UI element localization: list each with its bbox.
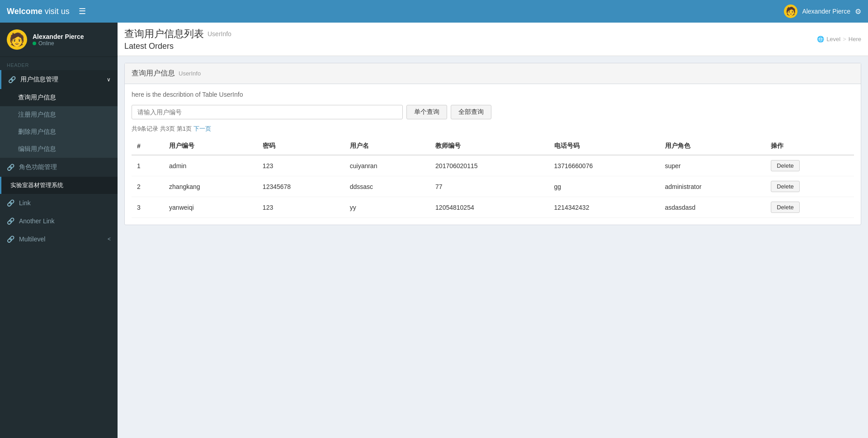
sidebar-submenu-edit-user[interactable]: 编辑用户信息 (0, 141, 118, 158)
sidebar-item-role-mgmt[interactable]: 🔗 角色功能管理 (0, 158, 118, 177)
box-title-sub: UserInfo (179, 70, 201, 77)
sidebar-section-header: HEADER (0, 57, 118, 70)
sidebar-submenu-delete-user[interactable]: 删除用户信息 (0, 123, 118, 141)
delete-button-3[interactable]: Delete (771, 202, 800, 213)
username-top: Alexander Pierce (802, 8, 850, 15)
brand-visit: visit us (45, 7, 70, 16)
sidebar-item-link[interactable]: 🔗 Link (0, 194, 118, 212)
page-subtitle: Latest Orders (124, 42, 231, 51)
cell-role: super (660, 155, 766, 176)
sidebar-status: Online (33, 40, 84, 47)
cell-phone: gg (549, 176, 660, 197)
table-header-row: # 用户编号 密码 用户名 教师编号 电话号码 用户角色 操作 (132, 137, 854, 155)
avatar-top: 🧑 (784, 5, 797, 18)
delete-button-1[interactable]: Delete (771, 160, 800, 171)
link-icon: 🔗 (7, 199, 14, 207)
chevron-down-icon: ∨ (107, 76, 111, 83)
page-title-sub: UserInfo (208, 30, 231, 38)
user-table: # 用户编号 密码 用户名 教师编号 电话号码 用户角色 操作 (132, 137, 854, 218)
breadcrumb-separator: > (843, 36, 846, 42)
role-mgmt-label: 角色功能管理 (19, 163, 111, 171)
box-title: 查询用户信息 (132, 69, 175, 78)
sidebar-submenu-query-user[interactable]: 查询用户信息 (0, 89, 118, 106)
cell-phone: 1214342432 (549, 197, 660, 218)
table-row: 1 admin 123 cuiyanran 201706020115 13716… (132, 155, 854, 176)
brand-logo: Welcome visit us (7, 7, 70, 16)
status-label: Online (38, 40, 54, 47)
cell-role: administrator (660, 176, 766, 197)
cell-user-id: admin (164, 155, 257, 176)
cell-index: 2 (132, 176, 164, 197)
user-mgmt-icon: 🔗 (8, 76, 16, 83)
breadcrumb-here: Here (849, 36, 861, 42)
cell-username: cuiyanran (344, 155, 430, 176)
cell-index: 3 (132, 197, 164, 218)
search-input[interactable] (132, 105, 403, 119)
cell-action: Delete (765, 155, 854, 176)
sidebar-item-lab-system[interactable]: 实验室器材管理系统 (0, 177, 118, 194)
pagination-info: 共9条记录 共3页 第1页 下一页 (132, 125, 854, 133)
sidebar-submenu-register-user[interactable]: 注册用户信息 (0, 106, 118, 123)
top-navbar: Welcome visit us ☰ 🧑 Alexander Pierce ⚙ (0, 0, 868, 23)
role-mgmt-icon: 🔗 (7, 164, 14, 171)
sidebar-avatar: 🧑 (7, 29, 27, 50)
user-info-box: 查询用户信息 UserInfo here is the describtion … (124, 63, 861, 225)
cell-action: Delete (765, 176, 854, 197)
cell-action: Delete (765, 197, 854, 218)
col-username: 用户名 (344, 137, 430, 155)
main-wrapper: 🧑 Alexander Pierce Online HEADER 🔗 用户信息管… (0, 23, 868, 438)
sidebar-item-multilevel[interactable]: 🔗 Multilevel < (0, 230, 118, 248)
sidebar-username: Alexander Pierce (33, 33, 84, 40)
another-link-label: Another Link (19, 217, 111, 225)
search-bar: 单个查询 全部查询 (132, 105, 854, 119)
delete-button-2[interactable]: Delete (771, 181, 800, 192)
user-mgmt-label: 用户信息管理 (20, 75, 107, 84)
content-wrapper: 查询用户信息列表 UserInfo Latest Orders 🌐 Level … (118, 23, 868, 438)
col-password: 密码 (257, 137, 344, 155)
hamburger-icon[interactable]: ☰ (79, 6, 86, 16)
col-user-id: 用户编号 (164, 137, 257, 155)
breadcrumb-level: Level (826, 36, 840, 42)
table-body: 1 admin 123 cuiyanran 201706020115 13716… (132, 155, 854, 218)
cell-role: asdasdasd (660, 197, 766, 218)
sidebar-user-panel: 🧑 Alexander Pierce Online (0, 23, 118, 57)
main-content: 查询用户信息 UserInfo here is the describtion … (118, 56, 868, 438)
col-teacher-id: 教师编号 (430, 137, 549, 155)
cell-username: ddssasc (344, 176, 430, 197)
col-index: # (132, 137, 164, 155)
cell-user-id: zhangkang (164, 176, 257, 197)
breadcrumb: 🌐 Level > Here (817, 36, 861, 42)
sidebar: 🧑 Alexander Pierce Online HEADER 🔗 用户信息管… (0, 23, 118, 438)
cell-teacher-id: 12054810254 (430, 197, 549, 218)
table-head: # 用户编号 密码 用户名 教师编号 电话号码 用户角色 操作 (132, 137, 854, 155)
breadcrumb-icon: 🌐 (817, 36, 824, 42)
cell-password: 123 (257, 197, 344, 218)
cell-teacher-id: 201706020115 (430, 155, 549, 176)
another-link-icon: 🔗 (7, 217, 14, 225)
cell-teacher-id: 77 (430, 176, 549, 197)
cell-username: yy (344, 197, 430, 218)
link-label: Link (19, 199, 111, 207)
multilevel-icon: 🔗 (7, 235, 14, 243)
box-header: 查询用户信息 UserInfo (125, 63, 861, 84)
sidebar-item-another-link[interactable]: 🔗 Another Link (0, 212, 118, 230)
cell-password: 123 (257, 155, 344, 176)
gear-icon[interactable]: ⚙ (855, 7, 861, 16)
navbar-left: Welcome visit us ☰ (7, 6, 86, 16)
page-title: 查询用户信息列表 UserInfo (124, 27, 231, 41)
content-header-left: 查询用户信息列表 UserInfo Latest Orders (124, 27, 231, 51)
status-dot-icon (33, 42, 36, 45)
col-role: 用户角色 (660, 137, 766, 155)
pagination-text: 共9条记录 共3页 第1页 (132, 125, 192, 132)
col-phone: 电话号码 (549, 137, 660, 155)
sidebar-item-user-mgmt[interactable]: 🔗 用户信息管理 ∨ (0, 70, 118, 89)
single-query-button[interactable]: 单个查询 (406, 105, 447, 119)
next-page-link[interactable]: 下一页 (193, 125, 211, 132)
all-query-button[interactable]: 全部查询 (451, 105, 491, 119)
cell-index: 1 (132, 155, 164, 176)
brand-welcome: Welcome (7, 7, 42, 16)
cell-user-id: yanweiqi (164, 197, 257, 218)
box-body: here is the describtion of Table UserInf… (125, 84, 861, 225)
table-row: 3 yanweiqi 123 yy 12054810254 1214342432… (132, 197, 854, 218)
description-text: here is the describtion of Table UserInf… (132, 91, 854, 98)
